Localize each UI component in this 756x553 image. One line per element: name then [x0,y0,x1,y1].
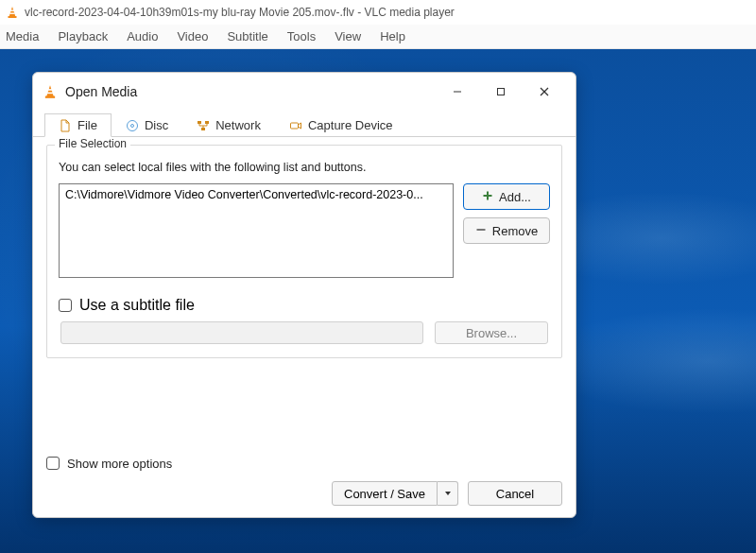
maximize-button[interactable] [479,78,523,106]
svg-rect-16 [201,128,205,130]
menu-subtitle[interactable]: Subtitle [227,29,267,43]
svg-marker-21 [445,492,451,495]
button-label: Browse... [466,326,517,340]
convert-save-button[interactable]: Convert / Save [332,481,458,506]
file-selection-fieldset: File Selection You can select local file… [46,145,562,358]
menu-help[interactable]: Help [380,29,405,43]
svg-marker-0 [9,7,16,17]
file-list[interactable]: C:\Vidmore\Vidmore Video Converter\Conve… [59,183,454,278]
tabstrip: File Disc Network Capture Device [33,111,576,137]
close-button[interactable] [523,78,566,106]
remove-button[interactable]: Remove [463,217,550,244]
button-label: Cancel [496,487,534,501]
app-titlebar: vlc-record-2023-04-04-10h39m01s-my blu-r… [0,0,756,25]
dialog-title: Open Media [65,84,137,99]
video-background: Open Media File [0,49,756,553]
plus-icon [482,190,493,204]
menubar: Media Playback Audio Video Subtitle Tool… [0,25,756,49]
subtitle-path-input [60,321,423,344]
show-more-checkbox[interactable] [46,457,60,470]
file-list-item[interactable]: C:\Vidmore\Vidmore Video Converter\Conve… [65,188,423,201]
menu-tools[interactable]: Tools [287,29,316,43]
use-subtitle-checkbox[interactable] [59,299,72,312]
svg-point-12 [127,120,137,130]
caret-down-icon [443,485,453,502]
svg-marker-4 [46,85,54,97]
menu-audio[interactable]: Audio [127,29,158,43]
vlc-cone-icon [6,6,19,19]
network-icon [197,119,210,132]
add-button[interactable]: Add... [463,183,550,210]
svg-rect-7 [47,93,53,95]
fieldset-legend: File Selection [55,137,130,150]
tab-capture[interactable]: Capture Device [275,113,407,137]
browse-subtitle-button: Browse... [435,321,548,344]
file-selection-hint: You can select local files with the foll… [59,161,550,174]
tab-network[interactable]: Network [182,113,275,137]
open-media-dialog: Open Media File [32,72,576,518]
button-label: Remove [492,224,538,238]
use-subtitle-label: Use a subtitle file [79,297,195,314]
menu-media[interactable]: Media [6,29,39,43]
vlc-cone-icon [43,84,58,99]
menu-playback[interactable]: Playback [58,29,108,43]
minimize-button[interactable] [436,78,479,106]
app-title: vlc-record-2023-04-04-10h39m01s-my blu-r… [25,6,455,19]
svg-rect-1 [9,16,17,18]
tab-label: Network [215,118,261,132]
tab-label: Disc [145,118,168,132]
button-label: Convert / Save [344,487,425,501]
show-more-label: Show more options [67,457,172,471]
subtitle-row: Use a subtitle file [59,297,550,314]
svg-point-13 [130,124,133,127]
button-label: Add... [499,190,531,204]
cancel-button[interactable]: Cancel [468,481,562,506]
disc-icon [126,119,139,132]
show-more-row: Show more options [46,449,562,477]
svg-rect-14 [198,121,201,124]
svg-rect-5 [45,96,55,98]
svg-rect-15 [205,121,209,124]
convert-save-dropdown[interactable] [438,481,458,506]
svg-rect-6 [48,89,53,91]
dialog-titlebar: Open Media [33,73,576,111]
tab-file[interactable]: File [44,113,112,137]
tab-label: Capture Device [308,118,393,132]
minus-icon [475,224,487,238]
tab-label: File [77,118,97,132]
svg-rect-2 [10,10,14,11]
svg-rect-9 [498,89,505,95]
menu-video[interactable]: Video [177,29,208,43]
svg-rect-17 [290,123,298,129]
menu-view[interactable]: View [335,29,361,43]
svg-rect-3 [9,13,14,14]
tab-disc[interactable]: Disc [112,113,182,137]
file-panel: File Selection You can select local file… [33,137,576,358]
capture-device-icon [289,119,302,132]
file-icon [59,119,72,132]
